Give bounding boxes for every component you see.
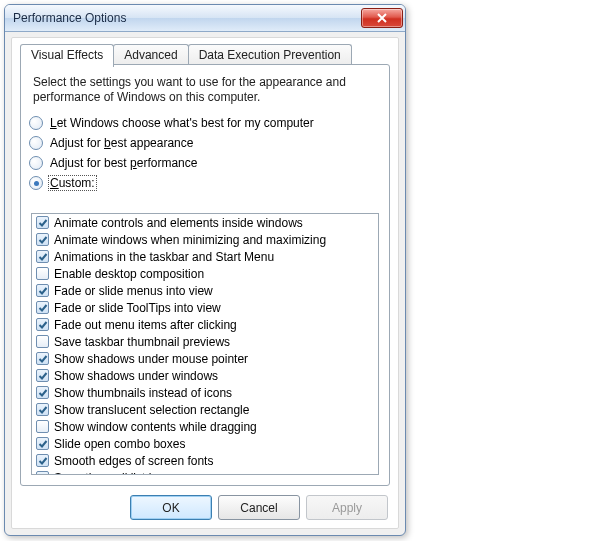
tab-panel-visual-effects: Select the settings you want to use for …	[20, 64, 390, 486]
checklist-item[interactable]: Slide open combo boxes	[32, 435, 378, 452]
checkbox-icon	[36, 318, 49, 331]
radio-label: Adjust for best performance	[49, 156, 198, 170]
checklist-label: Fade out menu items after clicking	[54, 318, 237, 332]
radio-option-1[interactable]: Adjust for best appearance	[29, 133, 381, 153]
radio-icon	[29, 116, 43, 130]
checkbox-icon	[36, 267, 49, 280]
checklist-item[interactable]: Fade or slide ToolTips into view	[32, 299, 378, 316]
cancel-label: Cancel	[240, 501, 277, 515]
radio-label: Adjust for best appearance	[49, 136, 194, 150]
checklist-label: Show shadows under windows	[54, 369, 218, 383]
radio-label: Let Windows choose what's best for my co…	[49, 116, 315, 130]
close-button[interactable]	[361, 8, 403, 28]
checklist-label: Smooth-scroll list boxes	[54, 471, 181, 476]
checklist-label: Slide open combo boxes	[54, 437, 185, 451]
tab-advanced[interactable]: Advanced	[113, 44, 188, 66]
close-icon	[377, 13, 387, 23]
checkbox-icon	[36, 335, 49, 348]
tab-strip: Visual EffectsAdvancedData Execution Pre…	[20, 44, 351, 66]
checklist-label: Save taskbar thumbnail previews	[54, 335, 230, 349]
checkbox-icon	[36, 471, 49, 475]
checklist-label: Show translucent selection rectangle	[54, 403, 249, 417]
checklist-label: Fade or slide menus into view	[54, 284, 213, 298]
ok-label: OK	[162, 501, 179, 515]
client-area: Visual EffectsAdvancedData Execution Pre…	[11, 37, 399, 529]
checkbox-icon	[36, 386, 49, 399]
checkbox-icon	[36, 420, 49, 433]
checklist-item[interactable]: Show translucent selection rectangle	[32, 401, 378, 418]
checklist-item[interactable]: Animate controls and elements inside win…	[32, 214, 378, 231]
checklist-item[interactable]: Show thumbnails instead of icons	[32, 384, 378, 401]
tab-visual-effects[interactable]: Visual Effects	[20, 44, 114, 67]
radio-icon	[29, 136, 43, 150]
checklist-label: Show shadows under mouse pointer	[54, 352, 248, 366]
radio-label: Custom:	[49, 176, 96, 190]
checkbox-icon	[36, 369, 49, 382]
checklist-label: Animations in the taskbar and Start Menu	[54, 250, 274, 264]
checklist-label: Smooth edges of screen fonts	[54, 454, 213, 468]
radio-group: Let Windows choose what's best for my co…	[29, 113, 381, 193]
checklist-item[interactable]: Enable desktop composition	[32, 265, 378, 282]
checkbox-icon	[36, 403, 49, 416]
checklist-item[interactable]: Show shadows under windows	[32, 367, 378, 384]
checklist-label: Fade or slide ToolTips into view	[54, 301, 221, 315]
window-title: Performance Options	[13, 11, 361, 25]
checkbox-icon	[36, 284, 49, 297]
ok-button[interactable]: OK	[130, 495, 212, 520]
apply-button: Apply	[306, 495, 388, 520]
radio-option-2[interactable]: Adjust for best performance	[29, 153, 381, 173]
checkbox-icon	[36, 233, 49, 246]
checkbox-icon	[36, 301, 49, 314]
dialog-buttons: OK Cancel Apply	[130, 495, 388, 520]
checkbox-icon	[36, 437, 49, 450]
checkbox-icon	[36, 250, 49, 263]
radio-option-0[interactable]: Let Windows choose what's best for my co…	[29, 113, 381, 133]
tab-data-execution-prevention[interactable]: Data Execution Prevention	[188, 44, 352, 66]
checklist-item[interactable]: Fade out menu items after clicking	[32, 316, 378, 333]
effects-checklist[interactable]: Animate controls and elements inside win…	[31, 213, 379, 475]
performance-options-dialog: Performance Options Visual EffectsAdvanc…	[4, 4, 406, 536]
description-text: Select the settings you want to use for …	[33, 75, 377, 105]
cancel-button[interactable]: Cancel	[218, 495, 300, 520]
checklist-label: Animate controls and elements inside win…	[54, 216, 303, 230]
checklist-item[interactable]: Save taskbar thumbnail previews	[32, 333, 378, 350]
radio-option-3[interactable]: Custom:	[29, 173, 381, 193]
radio-icon	[29, 176, 43, 190]
checklist-label: Show thumbnails instead of icons	[54, 386, 232, 400]
checklist-label: Show window contents while dragging	[54, 420, 257, 434]
checklist-item[interactable]: Smooth-scroll list boxes	[32, 469, 378, 475]
checklist-label: Enable desktop composition	[54, 267, 204, 281]
checkbox-icon	[36, 216, 49, 229]
checklist-item[interactable]: Smooth edges of screen fonts	[32, 452, 378, 469]
checklist-item[interactable]: Show shadows under mouse pointer	[32, 350, 378, 367]
checklist-item[interactable]: Fade or slide menus into view	[32, 282, 378, 299]
checkbox-icon	[36, 454, 49, 467]
checkbox-icon	[36, 352, 49, 365]
checklist-item[interactable]: Show window contents while dragging	[32, 418, 378, 435]
radio-icon	[29, 156, 43, 170]
checklist-item[interactable]: Animations in the taskbar and Start Menu	[32, 248, 378, 265]
checklist-item[interactable]: Animate windows when minimizing and maxi…	[32, 231, 378, 248]
titlebar: Performance Options	[5, 5, 405, 32]
checklist-label: Animate windows when minimizing and maxi…	[54, 233, 326, 247]
apply-label: Apply	[332, 501, 362, 515]
